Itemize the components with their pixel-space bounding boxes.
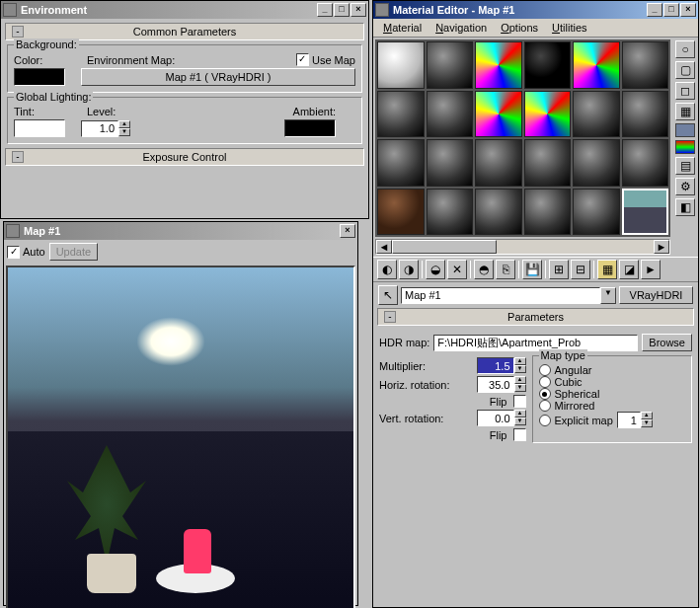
put-to-scene-icon[interactable]: ◑ — [399, 260, 419, 279]
nav1-icon[interactable]: ⊞ — [549, 260, 569, 279]
vrot-input[interactable] — [477, 410, 514, 426]
material-slot[interactable] — [475, 91, 522, 138]
close-button[interactable]: × — [680, 3, 696, 17]
rgb-swatch[interactable] — [675, 140, 695, 154]
scroll-thumb[interactable] — [392, 240, 497, 254]
level-input[interactable] — [81, 120, 118, 137]
material-slot[interactable] — [475, 41, 522, 89]
mateditor-titlebar[interactable]: Material Editor - Map #1 _ □ × — [373, 1, 698, 19]
spin-down[interactable]: ▼ — [514, 384, 526, 392]
material-slot[interactable] — [524, 139, 572, 187]
sample-box-icon[interactable]: ◻ — [675, 82, 695, 100]
select-icon[interactable]: ◧ — [675, 198, 695, 216]
auto-checkbox[interactable]: ✓ Auto — [7, 246, 45, 259]
browse-button[interactable]: Browse — [642, 334, 692, 351]
show-map-icon[interactable]: ▦ — [597, 260, 617, 279]
material-slot[interactable] — [622, 139, 669, 187]
multiplier-input[interactable] — [477, 357, 514, 374]
menu-material[interactable]: MMaterialaterial — [377, 21, 428, 35]
options-icon[interactable]: ⚙ — [675, 178, 695, 195]
update-button[interactable]: Update — [49, 243, 98, 261]
material-slot[interactable] — [377, 41, 425, 89]
spin-up[interactable]: ▲ — [514, 357, 526, 365]
minimize-button[interactable]: _ — [317, 3, 333, 17]
material-slot[interactable] — [427, 41, 474, 89]
vflip-checkbox[interactable] — [513, 428, 526, 441]
material-slot[interactable] — [475, 139, 522, 187]
vrot-spinner[interactable]: ▲▼ — [477, 410, 526, 426]
close-button[interactable]: × — [340, 224, 355, 238]
environment-map-button[interactable]: Map #1 ( VRayHDRI ) — [81, 68, 355, 86]
assign-icon[interactable]: ◒ — [426, 260, 445, 279]
radio-spherical[interactable]: Spherical — [539, 388, 686, 400]
ambient-swatch[interactable] — [284, 119, 336, 137]
show-end-icon[interactable]: ◪ — [619, 260, 639, 279]
radio-explicit[interactable]: Explicit map ▲▼ — [539, 412, 686, 428]
multiplier-spinner[interactable]: ▲▼ — [477, 357, 526, 374]
close-button[interactable]: × — [350, 3, 366, 17]
explicit-input[interactable] — [617, 412, 641, 428]
minimize-button[interactable]: _ — [647, 3, 662, 17]
put-library-icon[interactable]: 💾 — [522, 260, 542, 279]
material-slot[interactable] — [622, 91, 669, 138]
material-slot[interactable] — [377, 91, 425, 138]
material-slot[interactable] — [427, 91, 474, 138]
material-slot[interactable] — [622, 41, 669, 89]
material-slot[interactable] — [524, 41, 572, 89]
material-slot[interactable] — [524, 91, 572, 138]
nav2-icon[interactable]: ⊟ — [571, 260, 590, 279]
background-icon[interactable]: ▦ — [675, 103, 695, 120]
scroll-right[interactable]: ► — [654, 240, 669, 254]
radio-mirrored[interactable]: Mirrored — [539, 400, 686, 412]
spin-down[interactable]: ▼ — [514, 365, 526, 373]
material-slot[interactable] — [377, 189, 425, 236]
spin-down[interactable]: ▼ — [118, 128, 130, 136]
delete-icon[interactable]: ✕ — [447, 260, 467, 279]
sample-cylinder-icon[interactable]: ▢ — [675, 61, 695, 79]
material-name-dropdown[interactable]: ▼ — [401, 287, 616, 304]
spin-down[interactable]: ▼ — [514, 418, 526, 425]
material-type-button[interactable]: VRayHDRI — [619, 286, 693, 304]
maximize-button[interactable]: □ — [663, 3, 679, 17]
explicit-spinner[interactable]: ▲▼ — [617, 412, 653, 428]
material-slot[interactable] — [475, 189, 522, 236]
material-slot[interactable] — [377, 139, 425, 187]
pick-icon[interactable]: ↖ — [378, 285, 398, 305]
level-spinner[interactable]: ▲▼ — [81, 120, 130, 137]
material-slot[interactable] — [573, 189, 620, 236]
material-slot[interactable] — [573, 91, 620, 138]
radio-cubic[interactable]: Cubic — [539, 376, 686, 388]
go-parent-icon[interactable]: ► — [641, 260, 661, 279]
material-slot-selected[interactable] — [622, 189, 669, 236]
material-slot[interactable] — [427, 139, 474, 187]
spin-up[interactable]: ▲ — [118, 120, 130, 128]
spin-down[interactable]: ▼ — [641, 419, 653, 427]
env-titlebar[interactable]: Environment _ □ × — [1, 1, 368, 19]
hflip-checkbox[interactable] — [513, 395, 526, 408]
film-icon[interactable]: ▤ — [675, 157, 695, 175]
parameters-rollout[interactable]: - Parameters — [377, 308, 694, 326]
exposure-rollout[interactable]: - Exposure Control — [5, 148, 364, 166]
material-slot[interactable] — [524, 189, 572, 236]
spin-up[interactable]: ▲ — [514, 376, 526, 384]
clone-icon[interactable]: ⎘ — [496, 260, 515, 279]
material-slot[interactable] — [573, 139, 620, 187]
menu-navigation[interactable]: Navigation — [429, 21, 493, 35]
material-slot[interactable] — [427, 189, 474, 236]
grid-hscroll[interactable]: ◄ ► — [375, 239, 670, 255]
hrot-spinner[interactable]: ▲▼ — [477, 376, 526, 393]
radio-angular[interactable]: Angular — [539, 364, 686, 376]
scroll-left[interactable]: ◄ — [376, 240, 392, 254]
material-name-input[interactable] — [401, 287, 600, 304]
hrot-input[interactable] — [477, 376, 514, 393]
map-titlebar[interactable]: Map #1 × — [4, 222, 357, 240]
spin-up[interactable]: ▲ — [641, 412, 653, 419]
sample-sphere-icon[interactable]: ○ — [675, 40, 695, 58]
reset-icon[interactable]: ◓ — [474, 260, 494, 279]
spin-up[interactable]: ▲ — [514, 410, 526, 418]
hdrmap-input[interactable] — [433, 335, 638, 351]
tint-swatch[interactable] — [14, 119, 65, 137]
background-color-swatch[interactable] — [14, 68, 65, 86]
use-map-checkbox[interactable]: ✓ Use Map — [296, 53, 355, 66]
dropdown-icon[interactable]: ▼ — [600, 287, 616, 304]
